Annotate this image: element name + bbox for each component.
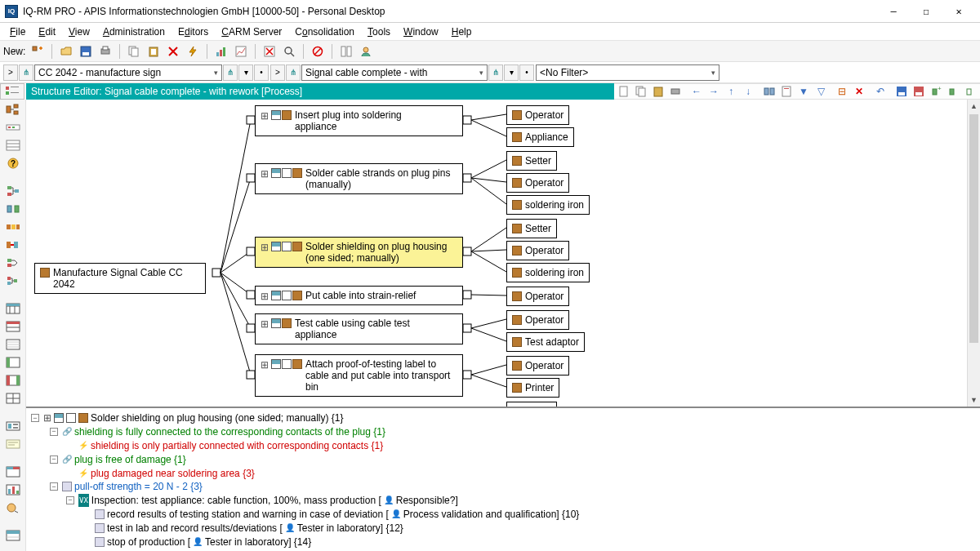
nav2-struct-icon[interactable]: ⋔	[286, 64, 301, 81]
node-root[interactable]: Manufacture Signal Cable CC 2042	[34, 263, 206, 294]
tb-new-struct[interactable]	[29, 43, 47, 60]
tb-layout[interactable]	[337, 43, 355, 60]
tb-no-entry[interactable]	[309, 43, 327, 60]
tree-line[interactable]: −shielding is fully connected to the cor…	[31, 424, 975, 438]
et-filter[interactable]: ▼	[795, 84, 812, 99]
menu-tools[interactable]: Tools	[361, 24, 397, 39]
resource-node[interactable]: Operator	[506, 287, 569, 306]
tree-line[interactable]: shielding is only partially connected wi…	[31, 438, 975, 452]
close-button[interactable]: ✕	[942, 1, 975, 22]
menu-file[interactable]: File	[3, 24, 32, 39]
menu-window[interactable]: Window	[397, 24, 445, 39]
sb-10[interactable]	[2, 273, 24, 289]
tb-print[interactable]	[96, 43, 114, 60]
expander-icon[interactable]: −	[31, 414, 39, 422]
sb-2[interactable]	[2, 119, 24, 136]
sb-8[interactable]	[2, 237, 24, 253]
tree-root-line[interactable]: − ⊞ Solder shielding on plug housing (on…	[31, 411, 975, 424]
combo-variant[interactable]: Signal cable complete - with▾	[301, 64, 488, 81]
nav2-dd[interactable]: ▾	[504, 64, 519, 81]
sb-6[interactable]	[2, 201, 24, 217]
et-del[interactable]: ✕	[851, 84, 867, 99]
et-left[interactable]: ←	[688, 84, 705, 99]
tb-cancel[interactable]	[261, 43, 278, 60]
et-ins3[interactable]	[962, 84, 978, 99]
et-copy[interactable]	[633, 84, 649, 99]
tb-save[interactable]	[77, 43, 95, 60]
tb-delete[interactable]	[164, 43, 182, 60]
process-step-node[interactable]: ⊞Test cable using cable test appliance	[255, 313, 463, 344]
expander-icon[interactable]: −	[50, 482, 58, 491]
menu-help[interactable]: Help	[445, 24, 479, 39]
nav2-tree-icon[interactable]: ⋔	[488, 64, 503, 81]
maximize-button[interactable]: ☐	[910, 1, 942, 22]
resource-node[interactable]: soldering iron	[506, 195, 590, 215]
et-save2[interactable]	[911, 84, 927, 99]
sb-12[interactable]	[2, 318, 24, 335]
nav1-struct-icon[interactable]: ⋔	[19, 64, 33, 81]
resource-node[interactable]: soldering iron	[506, 263, 590, 282]
process-step-node[interactable]: ⊞Solder shielding on plug housing (one s…	[255, 237, 463, 268]
resource-node[interactable]: Appliance	[506, 127, 574, 147]
expander-icon[interactable]: −	[50, 428, 58, 436]
et-paste[interactable]	[650, 84, 666, 99]
tree-line[interactable]: record results of testing station and wa…	[31, 507, 975, 521]
menu-view[interactable]: View	[62, 24, 96, 39]
et-undo[interactable]: ↶	[872, 84, 889, 99]
sb-17[interactable]	[2, 418, 24, 434]
expander-icon[interactable]: −	[66, 496, 74, 504]
sb-5[interactable]	[2, 183, 24, 199]
structure-diagram[interactable]: Manufacture Signal Cable CC 2042 ▲ ▼ ⊞In…	[26, 100, 980, 408]
tree-line[interactable]: −VXInspection: test appliance: cable fun…	[31, 493, 975, 507]
tb-paste[interactable]	[145, 43, 163, 60]
et-report[interactable]	[778, 84, 795, 99]
et-sync[interactable]	[761, 84, 777, 99]
sb-22[interactable]	[2, 527, 24, 544]
sb-11[interactable]	[2, 300, 24, 317]
sb-20[interactable]	[2, 482, 24, 498]
tb-bolt[interactable]	[184, 43, 202, 60]
sb-16[interactable]	[2, 390, 24, 407]
resource-node[interactable]: Operator	[506, 105, 569, 125]
tb-copy[interactable]	[125, 43, 143, 60]
et-save[interactable]	[893, 84, 910, 99]
legend-button[interactable]	[0, 83, 24, 100]
menu-administration[interactable]: Administration	[96, 24, 172, 39]
sb-21[interactable]	[2, 500, 24, 516]
minimize-button[interactable]: —	[877, 1, 910, 22]
sb-3[interactable]	[2, 137, 24, 153]
process-step-node[interactable]: ⊞Attach proof-of-testing label to cable …	[255, 354, 463, 397]
et-new[interactable]	[616, 84, 632, 99]
menu-carm-server[interactable]: CARM Server	[215, 24, 288, 39]
sb-19[interactable]	[2, 464, 24, 480]
sb-4[interactable]: ?	[2, 155, 24, 171]
et-print[interactable]	[667, 84, 684, 99]
resource-node[interactable]: Setter	[506, 402, 557, 408]
et-collapse[interactable]: ⊟	[834, 84, 850, 99]
process-step-node[interactable]: ⊞Insert plug into soldering appliance	[255, 105, 463, 136]
sb-14[interactable]	[2, 354, 24, 371]
sb-1[interactable]	[2, 101, 24, 118]
menu-editors[interactable]: Editors	[172, 24, 215, 39]
et-filter2[interactable]: ▽	[813, 84, 829, 99]
nav1-go[interactable]: >	[3, 64, 18, 81]
sb-15[interactable]	[2, 372, 24, 389]
tree-line[interactable]: −pull-off strength = 20 N - 2 {3}	[31, 480, 975, 493]
et-up[interactable]: ↑	[723, 84, 739, 99]
tree-line[interactable]: stop of production [ Tester in laborator…	[31, 535, 975, 549]
combo-structure[interactable]: CC 2042 - manufacture sign▾	[34, 64, 222, 81]
menu-edit[interactable]: Edit	[32, 24, 62, 39]
expander-icon[interactable]: −	[50, 455, 58, 464]
resource-node[interactable]: Operator	[506, 310, 569, 330]
tree-line[interactable]: −plug is free of damage {1}	[31, 452, 975, 466]
process-step-node[interactable]: ⊞Put cable into strain-relief	[255, 286, 463, 305]
resource-node[interactable]: Printer	[506, 378, 559, 398]
sb-13[interactable]	[2, 336, 24, 353]
detail-tree[interactable]: − ⊞ Solder shielding on plug housing (on…	[26, 408, 980, 551]
et-ins1[interactable]: +	[928, 84, 944, 99]
resource-node[interactable]: Test adaptor	[506, 332, 585, 352]
resource-node[interactable]: Operator	[506, 173, 569, 193]
resource-node[interactable]: Setter	[506, 151, 557, 171]
sb-9[interactable]	[2, 255, 24, 271]
tb-chart2[interactable]	[232, 43, 250, 60]
